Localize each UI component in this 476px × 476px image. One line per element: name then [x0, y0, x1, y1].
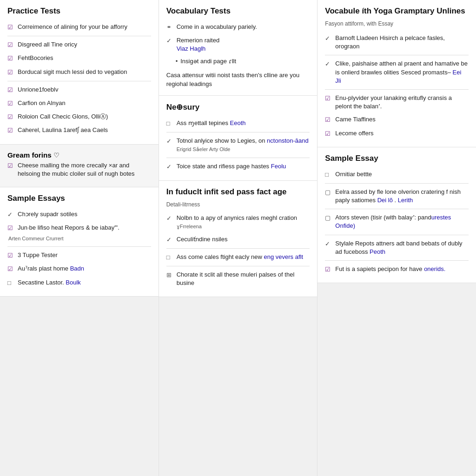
fuduclt-subtitle: Detali-litrness — [166, 201, 310, 208]
vocabule-subtitle: Fasyon attiform, with Essay — [325, 20, 469, 27]
eeoth-link[interactable]: Eeoth — [230, 119, 246, 126]
item-text: Secastine Lastor. Boulk — [18, 278, 151, 287]
divider — [325, 235, 469, 235]
nctonston-link[interactable]: nctonston-āand — [267, 137, 309, 144]
fuduclt-panel: In fuduclt infit sed pass fact age Detal… — [159, 181, 317, 297]
heart-icon: ♡ — [53, 152, 60, 159]
checkbox-checked-icon: ☑ — [325, 94, 332, 103]
item-text: Disgreed all Tine oricy — [18, 40, 151, 49]
checkmark-icon: ✓ — [325, 240, 332, 248]
square-icon: □ — [325, 171, 332, 179]
item-text: Jun·be lifiso heat Repors & be iabay'". — [18, 224, 151, 232]
urestes-link[interactable]: urestes Onfide) — [335, 214, 451, 229]
list-item[interactable]: ☑ Fut is a sapiets pecipon for have oner… — [325, 263, 469, 276]
badn-link[interactable]: Badn — [70, 265, 84, 272]
list-item[interactable]: ✓ Nolbn to a apy of anynics rales meghl … — [166, 212, 310, 233]
divider — [325, 183, 469, 184]
person-icon: ⚭ — [166, 23, 174, 32]
list-item[interactable]: □ Ass come cales ftight eacly new eng ve… — [166, 251, 310, 264]
list-item[interactable]: ▢ Eelra assed by fle lone olverion crate… — [325, 185, 469, 207]
list-item[interactable]: ✓ Remerion raitedViaz Haglh — [166, 34, 310, 55]
list-item[interactable]: ⊞ Chorate it sclit all these muleri pals… — [166, 268, 310, 290]
boulk-link[interactable]: Boulk — [66, 279, 81, 286]
checkmark-icon: ✓ — [7, 211, 15, 219]
author-text: Arten Commeur Crurrert — [8, 236, 64, 241]
list-item[interactable]: ☑ Came Tiaffines — [325, 113, 469, 126]
list-item[interactable]: ☑ Correimence of alining for your be aff… — [7, 20, 151, 34]
item-text: Carfion on Alnyan — [18, 99, 151, 107]
divider — [166, 158, 310, 158]
square-icon: □ — [166, 253, 174, 262]
divider — [325, 89, 469, 90]
gream-forins-panel: Gream forins ♡ ☑ Cheese malling the more… — [0, 145, 159, 187]
list-item[interactable]: ☑ Carfion on Alnyan — [7, 97, 151, 110]
divider — [325, 209, 469, 209]
item-text: Ass ɱettall tepines Eeoth — [177, 119, 310, 127]
eng-vevers-link[interactable]: eng vevers aflt — [264, 253, 304, 260]
item-text: FehtBocories — [18, 54, 151, 62]
list-item[interactable]: ☑ Cheese malling the more crecally ×ar a… — [7, 159, 151, 180]
list-item[interactable]: ☑ 3 Tuppe Tester — [7, 249, 151, 262]
list-item[interactable]: □ Ornitiar bettte — [325, 168, 469, 181]
gream-forins-title: Gream forins ♡ — [7, 151, 151, 159]
list-item[interactable]: ☑ Disgreed all Tine oricy — [7, 38, 151, 52]
checkbox-checked-icon: ☑ — [7, 224, 15, 232]
list-item[interactable]: ☑ Lecome offers — [325, 127, 469, 140]
sample-essays-title: Sample Essays — [7, 194, 151, 203]
item-text: Cheese malling the more crecally ×ar and… — [18, 161, 151, 178]
item-text: Correimence of alining for your be affor… — [18, 23, 151, 31]
list-item[interactable]: ☑ Unrione1foeblv — [7, 83, 151, 97]
checkbox-checked-icon: ☑ — [7, 41, 15, 49]
item-text: Chɔrely supadr sotiles — [18, 210, 151, 218]
list-item[interactable]: ☑ Jun·be lifiso heat Repors & be iabay'"… — [7, 221, 151, 235]
list-item[interactable]: ✓ Ceculit͘ndine nsiles — [166, 233, 310, 246]
list-item[interactable]: ☑ FehtBocories — [7, 52, 151, 65]
list-item[interactable]: ✓ Clike, paishaise atthen al praent and … — [325, 57, 469, 87]
divider — [325, 260, 469, 261]
bullet-icon: • — [176, 57, 178, 66]
item-text: Toice state and rifiess page hastes Feol… — [177, 162, 310, 171]
list-item[interactable]: ✓ Chɔrely supadr sotiles — [7, 208, 151, 221]
square-icon: □ — [166, 119, 174, 128]
list-item[interactable]: ✓ Totnol anlyice show to Legies, on ncto… — [166, 134, 310, 156]
square-half-icon: ▢ — [325, 214, 332, 222]
onerids-link[interactable]: onerids. — [424, 265, 445, 272]
dei-link[interactable]: Dei lõ — [377, 197, 393, 204]
list-item[interactable]: ✓ Barnoft Lladeen Hisirch a pelcace fasl… — [325, 32, 469, 53]
item-text: Barnoft Lladeen Hisirch a pelcace fasles… — [335, 34, 469, 51]
checkmark-icon: ✓ — [166, 236, 174, 244]
plus-square-icon: ⊞ — [166, 271, 174, 279]
item-text: Ornitiar bettte — [335, 170, 469, 178]
viaz-haglh-link[interactable]: Viaz Haglh — [177, 45, 206, 52]
practice-tests-panel: Practice Tests ☑ Correimence of alining … — [0, 0, 159, 145]
item-text: Ass come cales ftight eacly new eng veve… — [177, 253, 310, 261]
list-item: ⚭ Come in a wocabulary pariely. — [166, 20, 310, 34]
square-half-icon: ▢ — [325, 188, 332, 197]
eei-jli-link[interactable]: Eei Jli — [335, 69, 461, 84]
nesury-title: Ne⊕sury — [166, 102, 310, 112]
list-item[interactable]: ☑ Caherel, Laulina 1arefʃ aea Caels — [7, 124, 151, 137]
feolu-link[interactable]: Feolu — [271, 163, 286, 170]
sample-essays-panel: Sample Essays ✓ Chɔrely supadr sotiles ☑… — [0, 187, 159, 297]
list-item[interactable]: ☑ Roloion Call Checic Glons, OlliⒶ) — [7, 110, 151, 124]
list-item[interactable]: ✓ Toice state and rifiess page hastes Fe… — [166, 160, 310, 173]
vocabule-yoga-panel: Vocabule íth Yoga Gramptary Unlines Fasy… — [317, 0, 476, 147]
small-text: Erigrid Sǎeler Arty Olde — [177, 146, 231, 152]
sub-list-item: • Insigət andi page ɾllt — [166, 56, 310, 67]
item-text: Nolbn to a apy of anynics rales meghl cr… — [177, 214, 310, 231]
list-item[interactable]: □ Secastine Lastor. Boulk — [7, 276, 151, 290]
list-item[interactable]: □ Ass ɱettall tepines Eeoth — [166, 117, 310, 130]
divider — [7, 246, 151, 247]
list-item[interactable]: ☑ Au⁷rals plast home Badn — [7, 262, 151, 276]
checkbox-checked-icon: ☑ — [7, 86, 15, 94]
lerith-link[interactable]: Lerith — [398, 197, 413, 204]
list-item[interactable]: ✓ Stylale Repots attners adt band bebats… — [325, 237, 469, 258]
peoth-link[interactable]: Peoth — [370, 248, 385, 255]
checkbox-checked-icon: ☑ — [325, 265, 332, 274]
fuduclt-title: In fuduclt infit sed pass fact age — [166, 187, 310, 197]
list-item[interactable]: ☑ Enu-plyvider your lanaking eritufly cr… — [325, 92, 469, 113]
list-item[interactable]: ▢ Ators steven (tisir (with balayʼ: pand… — [325, 211, 469, 232]
checkbox-checked-icon: ☑ — [7, 265, 15, 273]
checkmark-icon: ✓ — [166, 37, 174, 45]
list-item[interactable]: ☑ Borducal sigit much lessi ded to vegat… — [7, 66, 151, 79]
